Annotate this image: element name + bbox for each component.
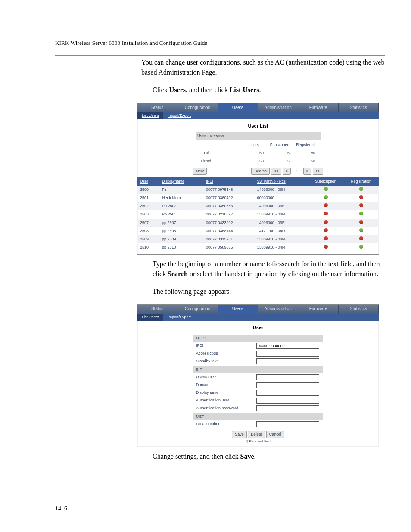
th-displayname[interactable]: Displayname (159, 177, 203, 186)
label-access-code: Access code (196, 351, 256, 356)
table-row[interactable]: 2508pp 250800077 036814414121100 - 04D (137, 227, 379, 235)
table-row[interactable]: 2501Heidi Klum00077 036040200000000 - (137, 194, 379, 202)
save-button[interactable]: Save (232, 431, 247, 438)
th-ipei[interactable]: IPEI (203, 177, 255, 186)
th-sw[interactable]: Sw PartNo - Pcs (255, 177, 308, 186)
para-step1: Click Users, and then click List Users. (153, 85, 385, 95)
table-row[interactable]: 2500Finn00077 097534814096000 - 06N (137, 186, 379, 194)
section-sip: SIP (193, 366, 323, 373)
label-auth-password: Authentication password (196, 405, 256, 411)
overview-header: Users overview (196, 132, 321, 140)
input-standby-text[interactable] (256, 358, 319, 364)
overview-table: UsersSubscribedRegistered Total50550 Lis… (197, 140, 319, 166)
label-standby-text: Standby text (196, 358, 256, 364)
para-step2: Type the beginning of a number or name t… (153, 259, 385, 279)
status-dot-green (324, 187, 328, 191)
table-row[interactable]: 2510pp 251000077 058906513309910 - 04N (137, 243, 379, 252)
cancel-button[interactable]: Cancel (266, 431, 284, 438)
user-table: User Displayname IPEI Sw PartNo - Pcs Su… (137, 177, 379, 251)
panel-title: User List (137, 119, 379, 132)
main-tabs: Status Configuration Users Administratio… (137, 103, 379, 112)
label-domain: Domain (196, 382, 256, 388)
section-dect: DECT (193, 335, 323, 342)
th-registration: Registration (343, 177, 379, 186)
page-last-button[interactable]: >> (313, 168, 324, 175)
required-note: *) Required field (193, 439, 323, 447)
status-dot-green (359, 187, 363, 191)
tab-statistics[interactable]: Statistics (339, 103, 379, 112)
sub-tabs: List Users Import/Export (137, 112, 379, 119)
subtab-list-users[interactable]: List Users (137, 112, 163, 119)
page-next-button[interactable]: > (303, 168, 311, 175)
input-ipei[interactable] (256, 343, 319, 349)
tab-firmware[interactable]: Firmware (298, 103, 338, 112)
subtab-import-export[interactable]: Import/Export (163, 314, 195, 321)
input-local-number[interactable] (256, 421, 319, 427)
input-auth-user[interactable] (256, 398, 319, 404)
page-first-button[interactable]: << (271, 168, 281, 175)
label-displayname: Displayname (196, 390, 256, 395)
tab-administration[interactable]: Administration (258, 305, 298, 314)
input-displayname[interactable] (256, 390, 319, 396)
search-button[interactable]: Search (251, 168, 270, 175)
para-save: Change settings, and then click Save. (153, 451, 385, 461)
figure-user-list: Status Configuration Users Administratio… (137, 103, 379, 255)
label-local-number: Local number (196, 421, 256, 427)
para-intro: You can change user configurations, such… (141, 57, 385, 77)
tab-status[interactable]: Status (137, 103, 177, 112)
label-username: Username * (196, 374, 256, 380)
page-prev-button[interactable]: < (283, 168, 291, 175)
table-row[interactable]: 2509pp 250900077 031520113309910 - 04N (137, 235, 379, 243)
table-row[interactable]: 2503Pp 250300077 021859713309910 - 04N (137, 210, 379, 218)
label-ipei: IPEI * (196, 343, 256, 348)
delete-button[interactable]: Delete (248, 431, 265, 438)
th-user[interactable]: User (137, 177, 159, 186)
table-row[interactable]: 2502Pp 250200077 035058614096000 - 06E (137, 202, 379, 210)
input-domain[interactable] (256, 382, 319, 388)
doc-header: KIRK Wireless Server 6000 Installation a… (55, 40, 385, 49)
search-input[interactable] (208, 168, 249, 174)
section-msf: MSF (193, 413, 323, 420)
para-following: The following page appears. (153, 286, 385, 296)
tab-firmware[interactable]: Firmware (298, 305, 338, 314)
tab-users[interactable]: Users (218, 305, 258, 314)
tab-statistics[interactable]: Statistics (339, 305, 379, 314)
tab-configuration[interactable]: Configuration (177, 305, 218, 314)
header-rule-thick (55, 55, 385, 56)
tab-status[interactable]: Status (137, 305, 177, 314)
status-dot-red (359, 195, 363, 199)
subtab-import-export[interactable]: Import/Export (163, 112, 195, 119)
subtab-list-users[interactable]: List Users (137, 314, 163, 321)
tab-users[interactable]: Users (218, 103, 258, 112)
figure-user-form: Status Configuration Users Administratio… (137, 304, 379, 447)
input-auth-password[interactable] (256, 405, 319, 411)
page-number: 14–6 (55, 505, 67, 512)
table-row[interactable]: 2507pp 250700077 043390214096000 - 06E (137, 219, 379, 227)
input-access-code[interactable] (256, 351, 319, 357)
tab-administration[interactable]: Administration (258, 103, 298, 112)
panel-title: User (137, 321, 379, 334)
input-username[interactable] (256, 374, 319, 380)
label-auth-user: Authentication user (196, 398, 256, 403)
new-button[interactable]: New (193, 168, 207, 175)
tab-configuration[interactable]: Configuration (177, 103, 218, 112)
page-number-input[interactable] (292, 168, 302, 174)
th-subscription: Subscription (308, 177, 343, 186)
